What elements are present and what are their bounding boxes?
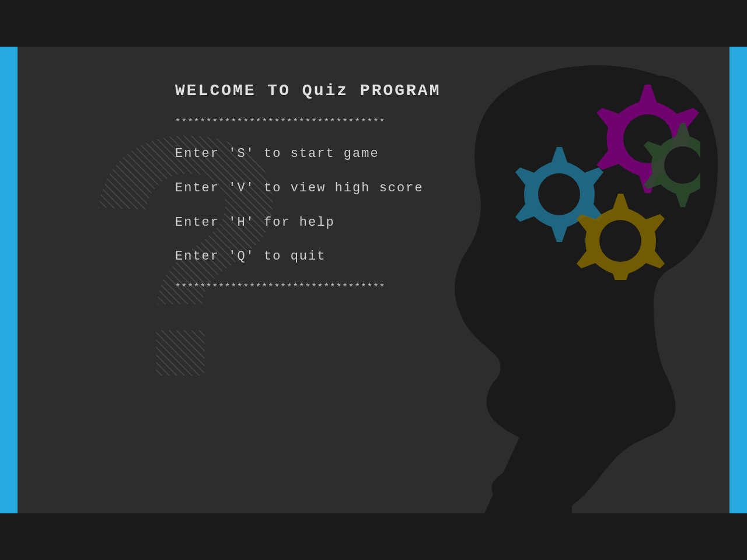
top-bar bbox=[0, 0, 747, 47]
svg-point-3 bbox=[538, 173, 580, 215]
svg-point-5 bbox=[664, 146, 700, 184]
menu-item-help: Enter 'H' for help bbox=[175, 214, 441, 232]
right-border bbox=[729, 47, 747, 513]
text-content: WELCOME TO Quiz PROGRAM ****************… bbox=[175, 82, 441, 310]
content-area: ? bbox=[18, 47, 729, 513]
left-border bbox=[0, 47, 18, 513]
svg-point-4 bbox=[599, 220, 641, 262]
menu-item-view: Enter 'V' to view high score bbox=[175, 180, 441, 198]
bottom-bar bbox=[0, 513, 747, 560]
title-text: WELCOME TO Quiz PROGRAM bbox=[175, 82, 441, 100]
separator-bottom: ********************************** bbox=[175, 282, 441, 293]
gears-container bbox=[455, 58, 700, 280]
menu-item-start: Enter 'S' to start game bbox=[175, 145, 441, 163]
separator-top: ********************************** bbox=[175, 117, 441, 128]
menu-item-quit: Enter 'Q' to quit bbox=[175, 248, 441, 266]
main-area: ? bbox=[0, 47, 747, 513]
